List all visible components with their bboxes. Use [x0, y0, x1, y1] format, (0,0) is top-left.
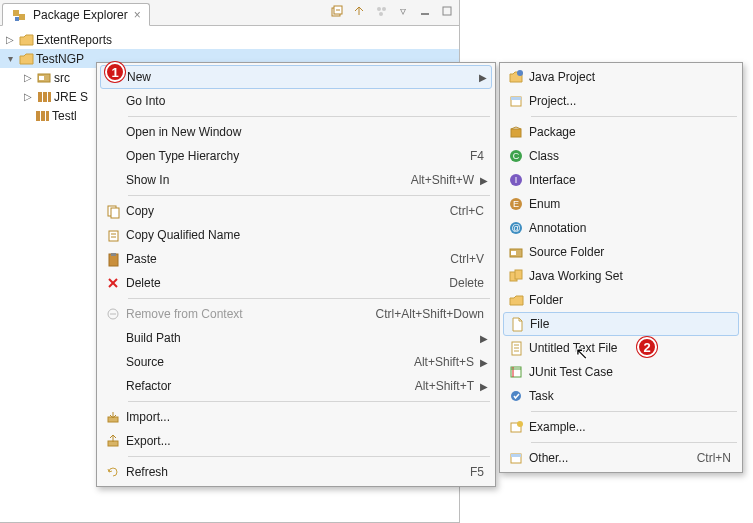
svg-rect-1: [19, 14, 25, 20]
menu-label: Package: [527, 125, 735, 139]
tree-label: ExtentReports: [36, 33, 112, 47]
menu-item-paste[interactable]: Paste Ctrl+V: [100, 247, 492, 271]
enum-icon: E: [505, 192, 527, 216]
menu-accelerator: Ctrl+N: [697, 451, 735, 465]
close-icon[interactable]: ×: [134, 9, 141, 21]
import-icon: [102, 405, 124, 429]
menu-label: Java Project: [527, 70, 735, 84]
menu-separator: [128, 456, 490, 457]
collapse-all-icon[interactable]: [329, 2, 345, 20]
menu-item-example[interactable]: Example...: [503, 415, 739, 439]
menu-item-untitled-text-file[interactable]: Untitled Text File: [503, 336, 739, 360]
working-set-icon: [505, 264, 527, 288]
menu-label: Source: [124, 355, 414, 369]
expand-icon[interactable]: ▷: [4, 34, 16, 45]
menu-label: Import...: [124, 410, 488, 424]
svg-rect-25: [111, 253, 116, 256]
menu-item-source-folder[interactable]: Source Folder: [503, 240, 739, 264]
menu-accelerator: Alt+Shift+S: [414, 355, 478, 369]
svg-point-32: [517, 70, 523, 76]
menu-item-copy[interactable]: Copy Ctrl+C: [100, 199, 492, 223]
menu-label: Example...: [527, 420, 735, 434]
menu-item-class[interactable]: C Class: [503, 144, 739, 168]
menu-item-remove-context: Remove from Context Ctrl+Alt+Shift+Down: [100, 302, 492, 326]
svg-rect-2: [15, 17, 19, 21]
text-file-icon: [505, 336, 527, 360]
menu-label: Project...: [527, 94, 735, 108]
menu-item-copy-qualified-name[interactable]: Copy Qualified Name: [100, 223, 492, 247]
filter-icon[interactable]: [373, 2, 389, 20]
menu-separator: [128, 401, 490, 402]
menu-item-show-in[interactable]: Show In Alt+Shift+W ▶: [100, 168, 492, 192]
expand-icon[interactable]: ▷: [22, 72, 34, 83]
menu-item-enum[interactable]: E Enum: [503, 192, 739, 216]
menu-accelerator: Delete: [449, 276, 488, 290]
menu-item-java-project[interactable]: Java Project: [503, 65, 739, 89]
menu-label: Build Path: [124, 331, 478, 345]
chevron-right-icon: ▶: [478, 333, 488, 344]
menu-item-import[interactable]: Import...: [100, 405, 492, 429]
menu-item-file[interactable]: File: [503, 312, 739, 336]
java-project-icon: [505, 65, 527, 89]
svg-rect-10: [443, 7, 451, 15]
chevron-right-icon: ▶: [478, 175, 488, 186]
svg-rect-34: [511, 97, 521, 100]
tree-row-extentreports[interactable]: ▷ ExtentReports: [0, 30, 459, 49]
expand-icon[interactable]: ▷: [22, 91, 34, 102]
svg-rect-15: [48, 92, 51, 102]
menu-item-new[interactable]: New ▶: [100, 65, 492, 89]
menu-label: Paste: [124, 252, 450, 266]
menu-item-open-type-hierarchy[interactable]: Open Type Hierarchy F4: [100, 144, 492, 168]
menu-item-junit[interactable]: JUnit Test Case: [503, 360, 739, 384]
source-folder-icon: [36, 70, 52, 86]
menu-item-task[interactable]: Task: [503, 384, 739, 408]
menu-item-refresh[interactable]: Refresh F5: [100, 460, 492, 484]
menu-item-java-working-set[interactable]: Java Working Set: [503, 264, 739, 288]
paste-icon: [102, 247, 124, 271]
svg-rect-17: [41, 111, 45, 121]
tab-package-explorer[interactable]: Package Explorer ×: [2, 3, 150, 26]
svg-point-57: [517, 421, 523, 427]
svg-point-6: [377, 7, 381, 11]
menu-item-delete[interactable]: Delete Delete: [100, 271, 492, 295]
menu-item-annotation[interactable]: @ Annotation: [503, 216, 739, 240]
project-icon: [18, 51, 34, 67]
menu-item-build-path[interactable]: Build Path ▶: [100, 326, 492, 350]
menu-label: Java Working Set: [527, 269, 735, 283]
menu-label: Open in New Window: [124, 125, 488, 139]
menu-separator: [128, 298, 490, 299]
menu-label: Copy: [124, 204, 450, 218]
folder-icon: [505, 288, 527, 312]
minimize-icon[interactable]: [417, 2, 433, 20]
menu-separator: [128, 195, 490, 196]
interface-icon: I: [505, 168, 527, 192]
collapse-icon[interactable]: ▾: [4, 53, 16, 64]
svg-text:@: @: [511, 223, 520, 233]
menu-item-folder[interactable]: Folder: [503, 288, 739, 312]
tab-label: Package Explorer: [33, 8, 128, 22]
menu-item-project[interactable]: Project...: [503, 89, 739, 113]
link-editor-icon[interactable]: [351, 2, 367, 20]
menu-item-open-new-window[interactable]: Open in New Window: [100, 120, 492, 144]
svg-point-7: [382, 7, 386, 11]
svg-text:C: C: [513, 151, 520, 161]
maximize-icon[interactable]: [439, 2, 455, 20]
chevron-right-icon: ▶: [478, 357, 488, 368]
menu-item-package[interactable]: Package: [503, 120, 739, 144]
menu-label: Export...: [124, 434, 488, 448]
refresh-icon: [102, 460, 124, 484]
menu-item-source[interactable]: Source Alt+Shift+S ▶: [100, 350, 492, 374]
view-menu-icon[interactable]: ▿: [395, 2, 411, 20]
menu-item-interface[interactable]: I Interface: [503, 168, 739, 192]
menu-label: Annotation: [527, 221, 735, 235]
menu-item-go-into[interactable]: Go Into: [100, 89, 492, 113]
annotation-icon: @: [505, 216, 527, 240]
menu-label: Delete: [124, 276, 449, 290]
tree-label: TestNGP: [36, 52, 84, 66]
svg-rect-18: [46, 111, 49, 121]
menu-label: Refresh: [124, 465, 470, 479]
menu-item-refactor[interactable]: Refactor Alt+Shift+T ▶: [100, 374, 492, 398]
view-toolbar: ▿: [329, 2, 455, 20]
menu-item-other[interactable]: Other... Ctrl+N: [503, 446, 739, 470]
menu-item-export[interactable]: Export...: [100, 429, 492, 453]
